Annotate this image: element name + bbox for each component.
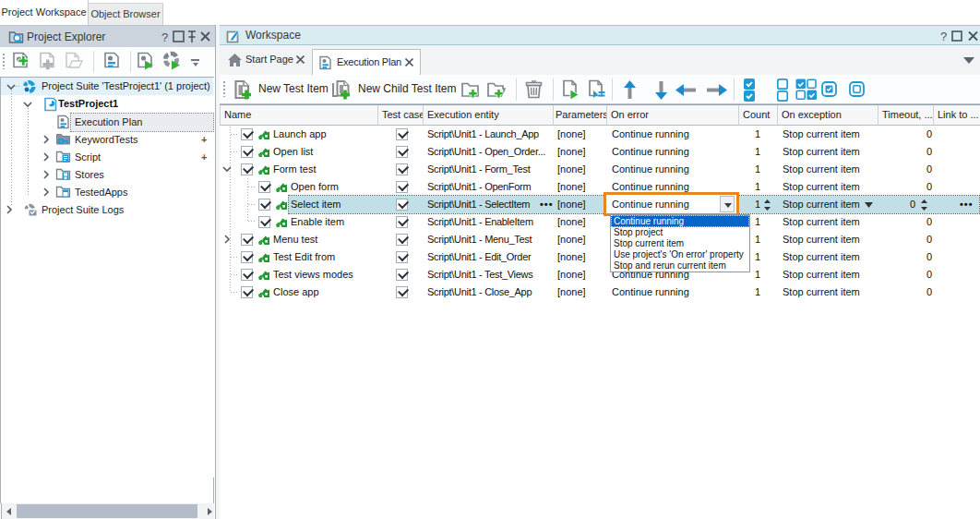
svg-text:?: ? [940,30,947,43]
svg-text:?: ? [161,30,168,44]
